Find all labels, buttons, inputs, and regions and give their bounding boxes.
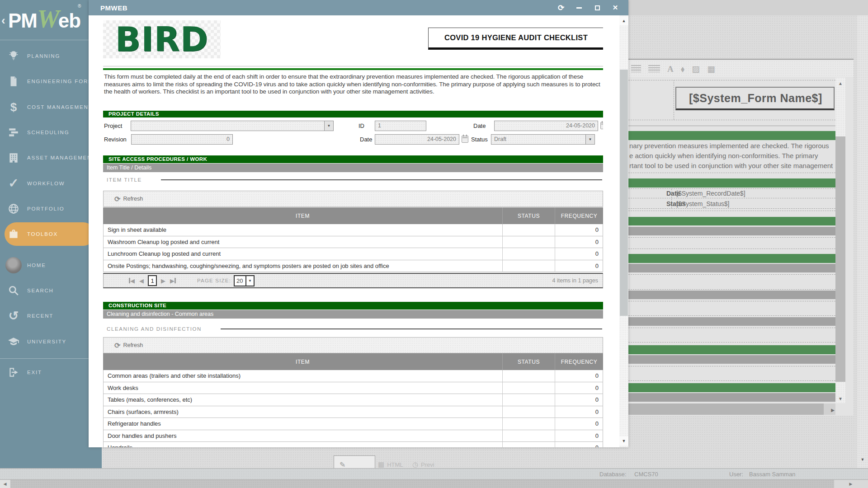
scroll-down-icon[interactable]: ▼ (619, 436, 628, 446)
scrollbar-thumb[interactable] (835, 136, 845, 382)
refresh-button[interactable]: Refresh (123, 342, 143, 348)
table-row[interactable]: Handrails 0 (104, 442, 603, 447)
page-size-select[interactable]: 20 ▼ (234, 275, 255, 286)
collapse-chevron-icon[interactable]: ‹ (1, 14, 5, 28)
date-placeholder: [$System_RecordDate$] (672, 190, 745, 197)
scrollbar-thumb[interactable] (10, 480, 834, 488)
pmweb-form-modal: PMWEB ⟳ ✕ BIRD COVID 19 HYGIENE AUDIT CH… (89, 0, 628, 447)
item-cell: Work desks (104, 382, 503, 394)
group-label-row: ITEM TITLE (107, 176, 603, 184)
table-row[interactable]: Refrigerator handles 0 (104, 418, 603, 430)
align-left-icon[interactable] (631, 65, 641, 72)
sidebar-item-home[interactable]: HOME (0, 255, 102, 275)
first-page-button[interactable]: ◀ (129, 277, 135, 284)
designer-gridline (628, 211, 835, 211)
gantt-bars-icon (0, 127, 27, 138)
scroll-down-icon[interactable]: ▼ (857, 457, 868, 462)
table-row[interactable]: Sign in sheet available 0 (104, 224, 603, 236)
chevron-down-icon[interactable]: ▼ (324, 121, 333, 131)
close-icon[interactable]: ✕ (611, 4, 619, 12)
project-details-header: PROJECT DETAILS (103, 111, 603, 117)
id-field[interactable]: 1 (375, 121, 426, 131)
toolbox-icon (0, 228, 27, 240)
divider (103, 66, 603, 66)
minimize-icon[interactable] (575, 4, 583, 12)
refresh-icon[interactable]: ⟳ (114, 195, 120, 203)
column-status: STATUS (503, 353, 555, 370)
sidebar-item-asset-management[interactable]: ASSET MANAGEMENT (0, 148, 102, 168)
sidebar-item-search[interactable]: SEARCH (0, 281, 102, 300)
table-icon[interactable]: ▦ (707, 65, 715, 73)
sidebar-item-university[interactable]: UNIVERSITY (0, 332, 102, 352)
modal-vertical-scrollbar[interactable]: ▲ ▼ (619, 15, 628, 447)
sidebar-item-workflow[interactable]: ✓ WORKFLOW (0, 174, 102, 193)
table-row[interactable]: Washroom Cleanup log posted and current … (104, 236, 603, 249)
status-bar: Database: CMCS70 User: Bassam Samman (0, 468, 868, 480)
table-body: Common areas (trailers and other site in… (103, 370, 603, 447)
table-row[interactable]: Chairs (surfaces, armrests) 0 (104, 406, 603, 418)
designer-gridline (628, 342, 835, 343)
scroll-down-icon[interactable]: ▼ (835, 394, 845, 402)
sidebar-item-scheduling[interactable]: SCHEDULING (0, 122, 102, 142)
designer-green-band (628, 254, 835, 263)
table-row[interactable]: Lunchroom Cleanup log posted and current… (104, 248, 603, 260)
sidebar-item-cost-management[interactable]: $ COST MANAGEMENT (0, 97, 102, 117)
project-select[interactable]: ▼ (131, 121, 334, 131)
item-cell: Refrigerator handles (104, 418, 503, 430)
image-icon[interactable]: ▨ (692, 65, 700, 73)
page-horizontal-scrollbar[interactable]: ◀ ▶ (0, 480, 868, 488)
status-cell (503, 236, 555, 249)
justify-icon[interactable] (648, 65, 660, 72)
table-row[interactable]: Door handles and pushers 0 (104, 430, 603, 442)
form-title: COVID 19 HYGIENE AUDIT CHECKLIST (444, 33, 588, 42)
table-row[interactable]: Work desks 0 (104, 382, 603, 394)
designer-green-band (628, 383, 835, 392)
prev-page-button[interactable]: ◀ (139, 277, 144, 284)
refresh-window-icon[interactable]: ⟳ (557, 4, 565, 12)
section-subheader: Cleaning and disinfection - Common areas (103, 310, 603, 319)
sidebar-item-toolbox[interactable]: TOOLBOX (0, 224, 102, 244)
table-row[interactable]: Tables (meals, conferences, etc) 0 (104, 394, 603, 406)
next-page-button[interactable]: ▶ (161, 277, 165, 284)
designer-vertical-scrollbar[interactable]: ▲ ▼ (835, 78, 845, 403)
calendar-icon[interactable] (462, 136, 468, 143)
sidebar-item-engineering-forms[interactable]: ENGINEERING FORMS (0, 71, 102, 91)
scrollbar-thumb[interactable] (620, 70, 628, 316)
calendar-icon[interactable] (600, 122, 603, 129)
modal-titlebar[interactable]: PMWEB ⟳ ✕ (89, 0, 628, 15)
designer-horizontal-scrollbar[interactable]: ▶ (628, 404, 835, 415)
scroll-right-icon[interactable]: ▶ (831, 405, 835, 413)
status-label: Status (471, 134, 488, 145)
form-name-placeholder[interactable]: [$System_Form Name$] (675, 87, 835, 110)
status-select[interactable]: Draft ▼ (491, 134, 595, 145)
revision-field[interactable]: 0 (131, 134, 233, 145)
sidebar-item-recent[interactable]: ↻ RECENT (0, 306, 102, 326)
scrollbar-thumb[interactable] (628, 404, 824, 415)
sidebar-item-exit[interactable]: EXIT (0, 362, 102, 382)
maximize-icon[interactable] (593, 4, 601, 12)
table-row[interactable]: Common areas (trailers and other site in… (104, 370, 603, 382)
page-vertical-scrollbar[interactable]: ▼ (857, 15, 868, 468)
current-page-input[interactable]: 1 (148, 275, 157, 286)
last-page-button[interactable]: ▶ (170, 277, 176, 284)
group-rule (161, 179, 602, 180)
sidebar-item-planning[interactable]: PLANNING (0, 46, 102, 66)
form-designer-window: A ⬧ ▨ ▦ [$System_Form Name$] nary preven… (628, 59, 854, 416)
scroll-right-icon[interactable]: ▶ (845, 480, 856, 488)
date-field[interactable]: 24-05-2020 (494, 121, 598, 131)
sidebar-item-portfolio[interactable]: PORTFOLIO (0, 199, 102, 219)
scroll-up-icon[interactable]: ▲ (619, 16, 628, 25)
chevron-down-icon[interactable]: ▼ (585, 135, 594, 144)
refresh-icon[interactable]: ⟳ (114, 341, 120, 350)
pencil-icon: ✎ (340, 460, 345, 469)
font-icon[interactable]: A (667, 65, 674, 73)
scroll-up-icon[interactable]: ▲ (835, 79, 845, 87)
sidebar: ‹ PMWeb ® PLANNING ENGINEERING FORMS $ C… (0, 0, 102, 468)
date-field[interactable]: 24-05-2020 (375, 134, 459, 145)
scroll-left-icon[interactable]: ◀ (0, 480, 10, 488)
fill-color-icon[interactable]: ⬧ (681, 65, 685, 73)
table-row[interactable]: Onsite Postings; handwashing, coughing/s… (104, 260, 603, 272)
refresh-button[interactable]: Refresh (123, 196, 143, 202)
sidebar-divider (0, 40, 89, 40)
pmweb-logo[interactable]: ‹ PMWeb ® (0, 4, 102, 36)
